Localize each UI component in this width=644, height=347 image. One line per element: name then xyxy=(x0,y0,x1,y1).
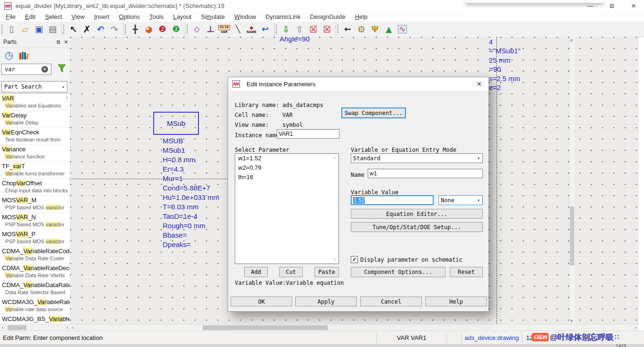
tune-opt-stat-doe-button[interactable]: Tune/Opt/Stat/DOE Setup... xyxy=(351,222,483,232)
msub-component-symbol[interactable]: MSub xyxy=(153,112,199,135)
parameter-list-item[interactable]: w1=1.52 xyxy=(235,154,339,163)
unit-dropdown[interactable]: None ▾ xyxy=(438,195,483,205)
parts-list-item[interactable]: ChopVarOffset Chop input data into block… xyxy=(0,179,70,196)
menu-designguide[interactable]: DesignGuide xyxy=(305,13,350,20)
part-search-dropdown[interactable]: Part Search ▾ xyxy=(1,81,67,92)
reset-button[interactable]: Reset xyxy=(450,267,483,277)
parts-list-item[interactable]: MOSVAR_P PSP based MOS varactor xyxy=(0,230,70,247)
simulate-plot-icon[interactable]: ∿ xyxy=(396,23,409,36)
add-button[interactable]: Add xyxy=(244,267,268,277)
back-hierarchy-icon[interactable]: ← xyxy=(341,23,354,36)
help-button[interactable]: Help xyxy=(425,297,487,306)
paste-button[interactable]: Paste xyxy=(314,267,339,277)
zoom-in-x2-icon[interactable]: ❷ xyxy=(156,23,169,36)
close-button[interactable]: ✕ xyxy=(626,0,641,12)
ground-icon[interactable]: ⊥ xyxy=(204,23,217,36)
redo-icon[interactable]: ↷ xyxy=(108,23,121,36)
pop-out-hierarchy-icon[interactable]: ⇧ xyxy=(293,23,306,36)
toolbar-drag-handle[interactable] xyxy=(63,24,65,34)
variable-value-input[interactable]: 1.52 xyxy=(351,195,434,205)
pan-view-icon[interactable]: ╋ xyxy=(129,23,141,36)
menu-edit[interactable]: Edit xyxy=(20,13,40,20)
wire-goto-icon[interactable]: ↩ xyxy=(259,23,272,36)
open-design-icon[interactable]: ▱ xyxy=(19,23,32,36)
tune-parameters-icon[interactable]: Ψ xyxy=(369,23,381,36)
recent-components-icon[interactable]: ◷ xyxy=(5,50,13,61)
panel-float-icon[interactable]: ⧉ xyxy=(55,39,62,45)
ok-button[interactable]: OK xyxy=(231,297,292,306)
parts-hscroll-thumb[interactable] xyxy=(8,325,26,330)
print-icon[interactable]: ▤ xyxy=(46,23,59,36)
instance-name-input[interactable]: VAR1 xyxy=(277,129,339,139)
panel-close-icon[interactable]: ✕ xyxy=(62,39,70,45)
scroll-right-icon[interactable]: › xyxy=(635,324,636,331)
parts-search-input[interactable] xyxy=(4,66,41,73)
name-input[interactable]: w1 xyxy=(368,169,483,178)
parts-list-item[interactable]: VAR Variables and Equations xyxy=(0,94,70,111)
parts-list-item[interactable]: MOSVAR_N PSP based MOS varactor xyxy=(0,213,70,230)
menu-options[interactable]: Options xyxy=(114,13,145,20)
menu-file[interactable]: File xyxy=(1,13,20,20)
parts-list-item[interactable]: CDMA_VariableDataRate Data Rate Selector… xyxy=(0,281,70,297)
port-icon[interactable]: ◇ xyxy=(190,23,203,36)
parameter-list[interactable]: w1=1.52w2=0.79lh=16 xyxy=(235,153,339,264)
new-design-icon[interactable]: ▯ xyxy=(5,23,18,36)
toolbar-drag-handle[interactable] xyxy=(275,24,277,34)
menu-view[interactable]: View xyxy=(67,13,90,20)
menu-select[interactable]: Select xyxy=(40,13,66,20)
cut-button[interactable]: Cut xyxy=(279,267,303,277)
menu-simulate[interactable]: Simulate xyxy=(196,13,230,20)
entry-mode-dropdown[interactable]: Standard ▾ xyxy=(351,153,483,163)
toolbar-drag-handle[interactable] xyxy=(337,24,339,34)
scroll-down-icon[interactable]: ∨ xyxy=(570,318,573,323)
parts-list-item[interactable]: TF_varT Variable turns transformer xyxy=(0,162,70,179)
save-design-icon[interactable]: ▣ xyxy=(33,23,45,36)
toolbar-drag-handle[interactable] xyxy=(1,24,3,34)
delete-icon[interactable]: ✗ xyxy=(81,23,93,36)
menu-window[interactable]: Window xyxy=(230,13,261,20)
clear-search-icon[interactable]: ✕ xyxy=(41,66,48,73)
dialog-title-bar[interactable]: Edit Instance Parameters ✕ xyxy=(228,77,488,91)
menu-layout[interactable]: Layout xyxy=(168,13,196,20)
menu-tools[interactable]: Tools xyxy=(145,13,168,20)
optimize-icon[interactable]: ▲ xyxy=(382,23,395,36)
toolbar-drag-handle[interactable] xyxy=(124,24,126,34)
apply-button[interactable]: Apply xyxy=(295,297,357,306)
zoom-area-icon[interactable]: ◕ xyxy=(142,23,155,36)
simulation-settings-icon[interactable]: ⚙ xyxy=(355,23,368,36)
parts-list-item[interactable]: MOSVAR_M PSP based MOS varactor xyxy=(0,196,70,213)
restore-button[interactable]: ⧉ xyxy=(604,0,619,12)
deactivate-short-icon[interactable]: ☒ xyxy=(321,23,333,36)
zoom-out-x2-icon[interactable]: ❷ xyxy=(170,23,182,36)
scroll-left-icon[interactable]: ‹ xyxy=(72,324,74,331)
wire-label-icon[interactable]: ◆NAME xyxy=(245,23,258,36)
scroll-up-icon[interactable]: ∧ xyxy=(570,38,573,42)
parts-hscrollbar[interactable]: ‹ › xyxy=(0,324,70,331)
scroll-left-icon[interactable]: ‹ xyxy=(2,324,3,331)
parts-list-item[interactable]: VarEqnCheck Test boolean result from xyxy=(0,128,70,145)
menu-insert[interactable]: Insert xyxy=(89,13,114,20)
minimize-button[interactable]: — xyxy=(583,0,598,12)
parts-list-item[interactable]: CDMA_VariableRateDecoder Variable Data R… xyxy=(0,264,70,281)
menu-dynamiclink[interactable]: DynamicLink xyxy=(261,13,305,20)
parts-list-item[interactable]: CDMA_VariableRateCoder Variable Data Rat… xyxy=(0,247,70,264)
parts-scroll-up-icon[interactable]: ∧ xyxy=(65,95,68,100)
component-library-icon[interactable] xyxy=(19,51,28,59)
canvas-hscroll-thumb[interactable] xyxy=(203,325,328,330)
parts-list-item[interactable]: WCDMA3G_BS_Variable xyxy=(0,314,70,324)
scroll-right-icon[interactable]: › xyxy=(66,324,68,331)
filter-funnel-icon[interactable] xyxy=(57,64,66,74)
dialog-close-icon[interactable]: ✕ xyxy=(470,80,488,88)
push-into-hierarchy-icon[interactable]: ⇩ xyxy=(280,23,292,36)
cancel-button[interactable]: Cancel xyxy=(360,297,422,306)
var-equation-icon[interactable]: 0110VAR xyxy=(218,23,231,36)
msub-parameter-text[interactable]: MSUBMSub1H=0.8 mmEr=4.3Mur=1Cond=5.88E+7… xyxy=(163,136,219,249)
parts-list-item[interactable]: VarDelay Variable Delay xyxy=(0,111,70,128)
toolbar-drag-handle[interactable] xyxy=(186,24,188,34)
canvas-vscroll-thumb[interactable] xyxy=(570,207,574,265)
undo-icon[interactable]: ↶ xyxy=(94,23,107,36)
canvas-vscrollbar[interactable]: ∧ ∨ xyxy=(569,37,575,324)
menu-help[interactable]: Help xyxy=(350,13,372,20)
display-parameter-checkbox[interactable]: ✓ xyxy=(351,256,358,263)
parameter-scroll-up-icon[interactable]: ∧ xyxy=(333,155,336,160)
